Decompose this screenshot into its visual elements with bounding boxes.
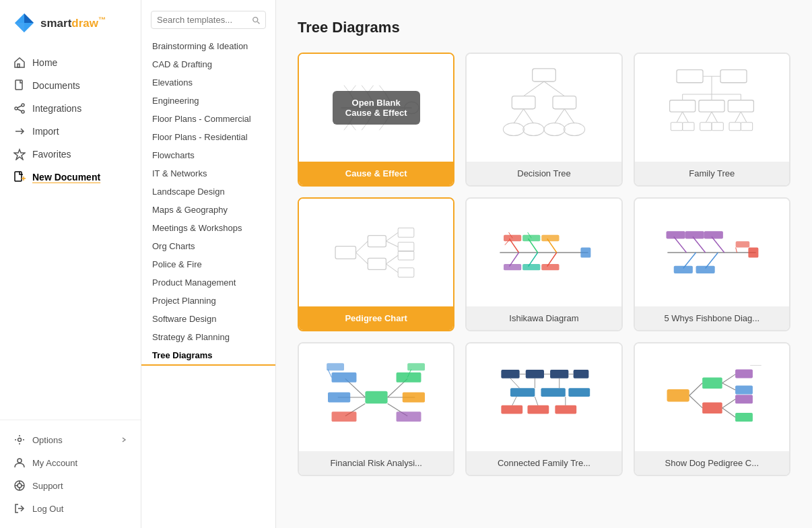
category-item-6[interactable]: Flowcharts <box>141 146 275 164</box>
category-item-9[interactable]: Maps & Geography <box>141 201 275 219</box>
sidebar-nav: Home Documents Integrations Import <box>0 46 141 420</box>
svg-point-13 <box>18 459 22 463</box>
card-label-show-dog: Show Dog Pedigree C... <box>635 451 789 475</box>
svg-rect-11 <box>15 172 22 181</box>
svg-line-64 <box>677 112 683 123</box>
category-item-11[interactable]: Org Charts <box>141 237 275 255</box>
sidebar-item-import[interactable]: Import <box>0 120 141 143</box>
sidebar-item-documents[interactable]: Documents <box>0 74 141 97</box>
star-icon <box>13 148 26 160</box>
svg-line-47 <box>555 109 565 124</box>
sidebar-item-integrations[interactable]: Integrations <box>0 97 141 120</box>
svg-rect-137 <box>501 370 519 378</box>
svg-rect-152 <box>555 405 576 414</box>
card-preview-family-tree <box>635 54 789 162</box>
category-item-3[interactable]: Engineering <box>141 92 275 110</box>
category-item-5[interactable]: Floor Plans - Residential <box>141 128 275 146</box>
svg-point-52 <box>564 123 584 136</box>
account-icon <box>13 457 26 469</box>
svg-rect-63 <box>729 100 754 112</box>
category-panel: Brainstorming & IdeationCAD & DraftingEl… <box>141 0 276 528</box>
template-card-ishikawa[interactable]: Ishikawa Diagram <box>465 197 622 331</box>
category-item-12[interactable]: Police & Fire <box>141 255 275 273</box>
svg-rect-126 <box>331 411 356 422</box>
card-preview-pedigree-chart <box>299 199 453 306</box>
svg-rect-134 <box>327 363 344 370</box>
page-title: Tree Diagrams <box>298 19 790 36</box>
svg-line-73 <box>741 112 747 123</box>
svg-rect-67 <box>683 123 694 131</box>
template-card-cause-effect[interactable]: Open Blank Cause & Effect Cause & Effect <box>298 53 454 187</box>
template-card-5whys[interactable]: 5 Whys Fishbone Diag... <box>634 197 790 331</box>
svg-rect-86 <box>398 242 414 252</box>
svg-rect-62 <box>699 100 724 112</box>
svg-rect-87 <box>398 251 414 260</box>
svg-line-112 <box>712 237 724 253</box>
category-item-4[interactable]: Floor Plans - Commercial <box>141 110 275 128</box>
svg-rect-111 <box>685 231 704 238</box>
sidebar-item-new-document-label: New Document <box>32 172 100 183</box>
sidebar-item-integrations-label: Integrations <box>32 103 81 114</box>
sidebar-item-import-label: Import <box>32 126 59 137</box>
svg-rect-113 <box>704 231 723 238</box>
sidebar-item-favorites[interactable]: Favorites <box>0 143 141 166</box>
svg-line-154 <box>535 397 538 405</box>
sidebar-item-options[interactable]: Options <box>0 428 141 451</box>
category-item-14[interactable]: Project Planning <box>141 292 275 310</box>
sidebar-item-new-document[interactable]: New Document <box>0 166 141 189</box>
category-item-8[interactable]: Landscape Design <box>141 183 275 201</box>
svg-point-12 <box>18 438 22 442</box>
card-preview-5whys <box>635 199 789 306</box>
document-icon <box>13 79 26 92</box>
template-card-connected-family[interactable]: Connected Family Tre... <box>465 342 622 476</box>
svg-line-46 <box>524 109 534 124</box>
card-preview-connected-family <box>467 343 621 451</box>
svg-line-119 <box>736 248 737 253</box>
search-input[interactable] <box>157 15 248 25</box>
logout-icon <box>13 502 26 515</box>
category-item-1[interactable]: CAD & Drafting <box>141 55 275 73</box>
category-item-16[interactable]: Strategy & Planning <box>141 328 275 346</box>
search-box[interactable] <box>151 11 266 29</box>
category-item-17[interactable]: Tree Diagrams <box>141 346 275 366</box>
svg-rect-66 <box>671 123 683 131</box>
category-item-7[interactable]: IT & Networks <box>141 164 275 183</box>
template-card-decision-tree[interactable]: Decision Tree <box>465 53 622 187</box>
logo-text: smartdraw™ <box>40 15 106 30</box>
svg-line-163 <box>722 399 735 408</box>
svg-rect-53 <box>677 70 703 83</box>
template-card-financial-risk[interactable]: Financial Risk Analysi... <box>298 342 454 476</box>
svg-line-42 <box>544 81 564 96</box>
svg-rect-165 <box>735 369 753 378</box>
svg-line-153 <box>512 397 516 405</box>
sidebar-item-home[interactable]: Home <box>0 51 141 74</box>
template-card-show-dog[interactable]: ——— Show Dog Pedigree C... <box>634 342 790 476</box>
svg-rect-144 <box>510 388 535 397</box>
category-item-13[interactable]: Product Management <box>141 273 275 292</box>
sidebar-item-my-account[interactable]: My Account <box>0 451 141 474</box>
svg-rect-138 <box>526 370 544 378</box>
sidebar-item-support[interactable]: Support <box>0 474 141 497</box>
svg-point-49 <box>503 123 524 136</box>
template-card-family-tree[interactable]: Family Tree <box>634 53 790 187</box>
card-label-5whys: 5 Whys Fishbone Diag... <box>635 306 789 330</box>
svg-rect-140 <box>574 370 589 378</box>
svg-rect-40 <box>533 69 556 81</box>
svg-rect-43 <box>512 96 535 109</box>
open-blank-button[interactable]: Open Blank Cause & Effect <box>333 91 420 125</box>
categories-list: Brainstorming & IdeationCAD & DraftingEl… <box>141 37 275 366</box>
category-item-10[interactable]: Meetings & Workshops <box>141 219 275 237</box>
svg-rect-102 <box>541 264 559 270</box>
sidebar-item-logout[interactable]: Log Out <box>0 497 141 520</box>
sidebar-item-support-label: Support <box>32 481 63 491</box>
template-card-pedigree-chart[interactable]: Pedigree Chart <box>298 197 454 331</box>
category-item-15[interactable]: Software Design <box>141 310 275 328</box>
svg-line-69 <box>712 112 718 123</box>
sidebar-bottom: Options My Account Support <box>0 420 141 528</box>
category-item-0[interactable]: Brainstorming & Ideation <box>141 37 275 55</box>
category-item-2[interactable]: Elevations <box>141 73 275 92</box>
options-icon <box>13 434 26 446</box>
svg-line-41 <box>524 81 544 96</box>
svg-rect-168 <box>735 413 753 422</box>
card-preview-ishikawa <box>467 199 621 306</box>
